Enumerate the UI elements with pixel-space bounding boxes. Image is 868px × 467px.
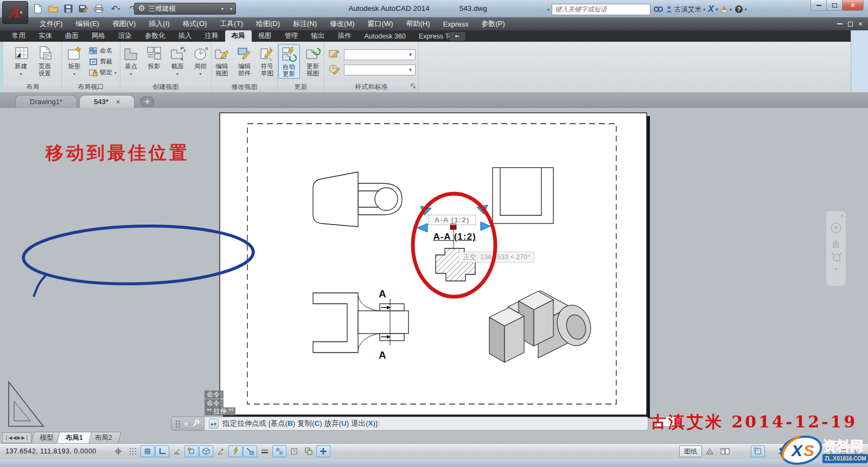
command-customize-icon[interactable]: [192, 420, 200, 427]
command-close-icon[interactable]: ×: [184, 420, 188, 428]
menu-item[interactable]: 修改(M): [324, 17, 361, 30]
first-layout-icon[interactable]: ❘◀: [4, 435, 12, 440]
option-copy[interactable]: C: [315, 419, 320, 427]
ribbon-button-page-setup[interactable]: 页面 设置: [34, 44, 56, 78]
maximize-button[interactable]: [826, 0, 843, 11]
ribbon-tab[interactable]: 曲面: [59, 30, 85, 42]
ribbon-button-update-view[interactable]: 更新 视图: [302, 44, 324, 78]
file-tab-543[interactable]: 543* ×: [79, 95, 135, 108]
ribbon-button-named-viewport[interactable]: 命名: [87, 46, 118, 56]
menu-item[interactable]: 插入(I): [143, 17, 175, 30]
paper-model-button[interactable]: 图纸: [679, 445, 702, 457]
ribbon-button-symbol-sketch[interactable]: 符号 草图: [257, 44, 277, 78]
navbar-close-icon[interactable]: ×: [841, 213, 844, 219]
prev-layout-icon[interactable]: ◀: [12, 435, 16, 440]
ribbon-tab[interactable]: 注释: [199, 30, 225, 42]
ribbon-button-projected-view[interactable]: 投影: [144, 44, 165, 71]
exchange-apps-icon[interactable]: X▾: [708, 4, 718, 14]
command-input[interactable]: ▸▾ 指定拉伸点或 [基点(B) 复制(C) 放弃(U) 退出(X)]:: [205, 417, 648, 431]
quick-properties-toggle[interactable]: [287, 445, 301, 457]
ribbon-tab[interactable]: 视图: [252, 30, 278, 42]
ribbon-button-new-layout[interactable]: 新建 ▾: [10, 44, 32, 78]
doc-close-icon[interactable]: ×: [858, 20, 863, 28]
ribbon-tab[interactable]: 常用: [5, 30, 32, 42]
ribbon-button-rect-viewport[interactable]: 矩形 ▾: [63, 44, 85, 78]
download-icon[interactable]: ▾: [720, 5, 732, 13]
grid-display-toggle[interactable]: [141, 445, 155, 457]
dynamic-input-toggle[interactable]: [243, 445, 257, 457]
ribbon-button-edit-view[interactable]: 编辑 视图: [212, 44, 232, 78]
ortho-toggle[interactable]: [155, 445, 169, 457]
grid-dots-toggle[interactable]: [126, 445, 140, 457]
file-tab-drawing1[interactable]: Drawing1*: [15, 95, 77, 108]
view-style-combo[interactable]: ▼: [344, 49, 416, 60]
annotation-monitor-toggle[interactable]: [316, 445, 330, 457]
view-top-right[interactable]: [493, 168, 553, 223]
menu-item[interactable]: 视图(V): [106, 17, 142, 30]
section-view-label[interactable]: A-A (1:2): [425, 232, 484, 242]
ribbon-button-detail-view[interactable]: A 局部 ▾: [190, 44, 211, 78]
menu-item[interactable]: 编辑(E): [70, 17, 105, 30]
dynamic-ucs-toggle[interactable]: [228, 445, 242, 457]
detail-style-icon[interactable]: [329, 64, 341, 76]
search-input[interactable]: [552, 4, 650, 15]
transparency-toggle[interactable]: [272, 445, 286, 457]
last-layout-icon[interactable]: ▶❘: [21, 435, 29, 440]
panel-label-styles[interactable]: 样式和标准: [324, 81, 418, 92]
search-icon[interactable]: [653, 5, 663, 13]
ribbon-tab[interactable]: 输出: [305, 30, 331, 42]
open-file-button[interactable]: [47, 3, 60, 15]
plot-button[interactable]: [92, 3, 105, 15]
dragged-label-ghost[interactable]: A-A (1:2): [428, 215, 476, 225]
ribbon-tab[interactable]: 渲染: [112, 30, 138, 42]
ribbon-button-section-view[interactable]: A 截面 ▾: [167, 44, 188, 78]
save-as-button[interactable]: [77, 3, 90, 15]
navigation-bar[interactable]: × ▾: [826, 210, 846, 286]
ribbon-button-lock-viewport[interactable]: 锁定 ▾: [87, 67, 118, 78]
infocenter-collapse-icon[interactable]: ◂: [547, 7, 549, 12]
doc-minimize-icon[interactable]: [837, 23, 843, 24]
menu-item[interactable]: 窗口(W): [362, 17, 399, 30]
quick-view-layouts-icon[interactable]: [703, 445, 717, 457]
ribbon-button-base-view[interactable]: 基点 ▾: [120, 44, 142, 78]
panel-label-create-view[interactable]: 创建视图: [120, 81, 211, 92]
ribbon-display-toggle[interactable]: ⏺▾: [449, 32, 465, 41]
command-drag-handle[interactable]: [176, 420, 180, 427]
ribbon-tab[interactable]: 布局: [225, 30, 252, 42]
menu-item[interactable]: 标注(N): [287, 17, 323, 30]
tab-layout1[interactable]: 布局1: [56, 432, 92, 443]
detail-style-combo[interactable]: ▼: [344, 65, 416, 75]
new-file-button[interactable]: [31, 3, 44, 15]
menu-item[interactable]: 格式(O): [177, 17, 213, 30]
ribbon-tab[interactable]: 管理: [278, 30, 305, 42]
ribbon-button-clip-viewport[interactable]: 剪裁: [87, 56, 118, 67]
zoom-icon[interactable]: [830, 251, 842, 263]
styles-dialog-launcher-icon[interactable]: [411, 82, 416, 91]
ribbon-tab[interactable]: 实体: [32, 30, 59, 42]
recent-commands-icon[interactable]: ▸▾: [209, 419, 219, 428]
qat-menu-caret-icon[interactable]: ▾: [227, 7, 232, 11]
panel-label-viewports[interactable]: 布局视口: [62, 81, 120, 92]
3d-object-snap-toggle[interactable]: [199, 445, 213, 457]
ribbon-button-edit-component[interactable]: 编辑 部件: [234, 44, 255, 78]
snap-toggle[interactable]: [111, 445, 125, 457]
command-line-window[interactable]: × ▸▾ 指定拉伸点或 [基点(B) 复制(C) 放弃(U) 退出(X)]:: [171, 417, 648, 431]
file-tab-close-icon[interactable]: ×: [116, 98, 120, 106]
option-undo[interactable]: U: [341, 419, 347, 427]
lineweight-toggle[interactable]: [258, 445, 272, 457]
steering-wheel-icon[interactable]: [830, 222, 842, 234]
pan-hand-icon[interactable]: [830, 237, 842, 248]
panel-label-update[interactable]: 更新: [278, 81, 324, 92]
ribbon-tab[interactable]: Autodesk 360: [358, 30, 412, 42]
ribbon-tab[interactable]: 插入: [172, 30, 199, 42]
signin-user[interactable]: 古滇艾米▾: [666, 5, 705, 14]
undo-button[interactable]: ↶▾: [107, 3, 124, 15]
menu-item[interactable]: 帮助(H): [400, 17, 436, 30]
workspace-caret-icon[interactable]: ▾: [221, 7, 224, 11]
menu-item[interactable]: Express: [437, 18, 475, 30]
selection-cycling-toggle[interactable]: [302, 445, 316, 457]
doc-restore-icon[interactable]: [848, 22, 853, 27]
menu-item[interactable]: 文件(F): [34, 17, 69, 30]
minimize-button[interactable]: [810, 0, 827, 11]
panel-label-modify-view[interactable]: 修改视图: [212, 81, 277, 92]
